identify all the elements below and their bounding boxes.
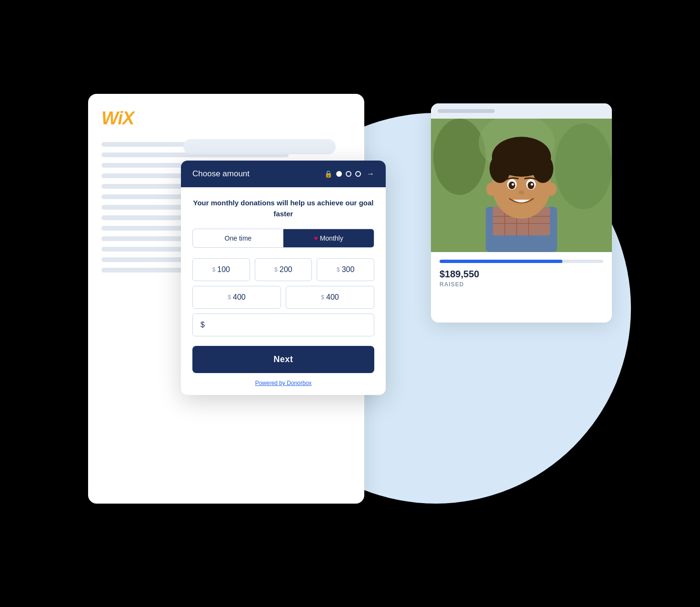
amount-value: 100 — [217, 265, 230, 274]
progress-bar-track — [440, 260, 603, 263]
header-icons: 🔒 → — [324, 170, 374, 178]
frequency-toggle[interactable]: One time ♥Monthly — [192, 229, 374, 248]
svg-point-19 — [528, 182, 534, 189]
custom-amount-input[interactable] — [208, 321, 366, 329]
svg-point-18 — [509, 182, 515, 189]
widget-body: Your monthly donations will help us achi… — [181, 187, 386, 395]
currency-symbol: $ — [321, 294, 324, 301]
lock-icon: 🔒 — [324, 170, 332, 178]
monthly-label: Monthly — [320, 234, 343, 242]
fundraiser-image — [431, 119, 612, 252]
step-dot-2 — [346, 171, 351, 177]
monthly-button[interactable]: ♥Monthly — [283, 229, 374, 247]
svg-point-20 — [512, 183, 514, 186]
progress-section: $189,550 RAISED — [431, 252, 612, 294]
raised-label: RAISED — [440, 281, 603, 288]
amount-value: 400 — [233, 293, 246, 302]
child-illustration — [431, 119, 612, 252]
next-button[interactable]: Next — [192, 346, 374, 373]
amount-grid-row1: $ 100 $ 200 $ 300 — [192, 258, 374, 281]
progress-bar-fill — [440, 260, 562, 263]
amount-grid-row2: $ 400 $ 400 — [192, 286, 374, 309]
raised-amount: $189,550 — [440, 269, 603, 280]
widget-header: Choose amount 🔒 → — [181, 161, 386, 187]
amount-value: 400 — [326, 293, 339, 302]
widget-title: Choose amount — [192, 169, 318, 179]
amount-value: 200 — [280, 265, 292, 274]
amount-button-400a[interactable]: $ 400 — [192, 286, 281, 309]
currency-symbol: $ — [274, 266, 278, 273]
address-bar — [183, 139, 336, 154]
top-bar-line — [438, 109, 495, 113]
svg-point-1 — [433, 119, 486, 195]
card-top-bar — [431, 103, 612, 119]
wix-logo: WiX — [101, 108, 351, 129]
custom-currency-symbol: $ — [200, 321, 205, 329]
currency-symbol: $ — [212, 266, 216, 273]
amount-button-100[interactable]: $ 100 — [192, 258, 250, 281]
svg-point-23 — [486, 182, 498, 196]
step-dot-1 — [336, 171, 342, 177]
custom-amount-field[interactable]: $ — [192, 314, 374, 336]
svg-point-22 — [519, 191, 524, 194]
one-time-button[interactable]: One time — [193, 229, 283, 247]
svg-point-2 — [555, 123, 612, 209]
donation-widget: Choose amount 🔒 → Your monthly donations… — [181, 161, 386, 395]
powered-by-link[interactable]: Powered by Donorbox — [192, 380, 374, 386]
svg-point-21 — [531, 183, 533, 186]
currency-symbol: $ — [228, 294, 231, 301]
step-dot-3 — [355, 171, 361, 177]
amount-button-200[interactable]: $ 200 — [255, 258, 312, 281]
heart-icon: ♥ — [314, 234, 318, 242]
svg-point-24 — [545, 182, 557, 196]
amount-button-300[interactable]: $ 300 — [317, 258, 374, 281]
amount-button-400b[interactable]: $ 400 — [286, 286, 374, 309]
currency-symbol: $ — [337, 266, 340, 273]
widget-subtitle: Your monthly donations will help us achi… — [192, 198, 374, 219]
arrow-right-icon: → — [367, 170, 374, 178]
fundraiser-card: $189,550 RAISED — [431, 103, 612, 323]
amount-value: 300 — [342, 265, 355, 274]
